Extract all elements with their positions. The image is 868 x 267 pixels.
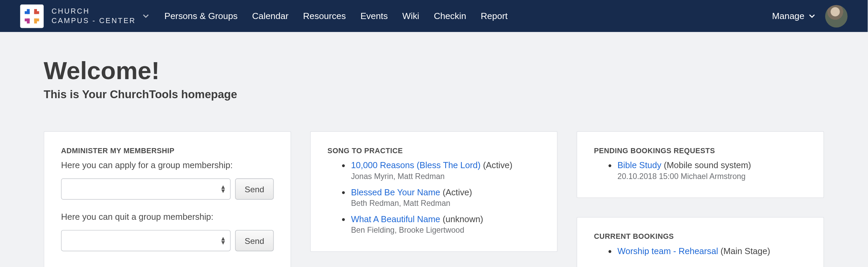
brand-switcher[interactable] bbox=[142, 13, 149, 19]
nav-report[interactable]: Report bbox=[481, 11, 508, 21]
page-title: Welcome! bbox=[44, 57, 824, 85]
song-link[interactable]: What A Beautiful Name bbox=[351, 214, 440, 224]
svg-rect-7 bbox=[34, 18, 37, 23]
membership-title: ADMINISTER MY MEMBERSHIP bbox=[61, 146, 274, 155]
quit-send-button[interactable]: Send bbox=[235, 230, 274, 251]
current-bookings-card: CURRENT BOOKINGS Worship team - Rehearsa… bbox=[577, 217, 824, 267]
nav-events[interactable]: Events bbox=[360, 11, 388, 21]
brand-line1: CHURCH bbox=[52, 6, 136, 16]
pending-title: PENDING BOOKINGS REQUESTS bbox=[594, 146, 807, 155]
song-item: 10,000 Reasons (Bless The Lord) (Active)… bbox=[351, 160, 540, 180]
current-title: CURRENT BOOKINGS bbox=[594, 232, 807, 241]
chevron-down-icon bbox=[809, 13, 815, 19]
songs-card: SONG TO PRACTICE 10,000 Reasons (Bless T… bbox=[310, 131, 558, 252]
song-authors: Beth Redman, Matt Redman bbox=[351, 198, 540, 207]
song-status-text: (unknown) bbox=[442, 214, 483, 224]
user-avatar[interactable] bbox=[825, 5, 848, 27]
songs-title: SONG TO PRACTICE bbox=[328, 146, 540, 155]
page-subtitle: This is Your ChurchTools homepage bbox=[44, 88, 824, 101]
pending-sub: 20.10.2018 15:00 Michael Armstrong bbox=[617, 172, 807, 180]
pending-extra: (Mobile sound system) bbox=[664, 160, 751, 170]
manage-label: Manage bbox=[772, 11, 804, 21]
pending-item: Bible Study (Mobile sound system) 20.10.… bbox=[617, 160, 807, 180]
song-item: What A Beautiful Name (unknown) Ben Fiel… bbox=[351, 214, 540, 234]
manage-menu[interactable]: Manage bbox=[772, 11, 815, 21]
current-item: Worship team - Rehearsal (Main Stage) bbox=[617, 246, 807, 256]
song-status-text: (Active) bbox=[483, 160, 513, 170]
svg-rect-5 bbox=[27, 18, 29, 23]
nav-calendar[interactable]: Calendar bbox=[252, 11, 289, 21]
membership-apply-label: Here you can apply for a group membershi… bbox=[61, 160, 274, 171]
song-link[interactable]: 10,000 Reasons (Bless The Lord) bbox=[351, 160, 480, 170]
apply-send-button[interactable]: Send bbox=[235, 178, 274, 200]
svg-rect-3 bbox=[34, 9, 37, 14]
membership-card: ADMINISTER MY MEMBERSHIP Here you can ap… bbox=[44, 131, 291, 267]
song-authors: Ben Fielding, Brooke Ligertwood bbox=[351, 226, 540, 234]
logo-icon bbox=[25, 9, 39, 23]
nav-checkin[interactable]: Checkin bbox=[434, 11, 466, 21]
song-link[interactable]: Blessed Be Your Name bbox=[351, 187, 440, 197]
nav-persons-groups[interactable]: Persons & Groups bbox=[164, 11, 238, 21]
current-link[interactable]: Worship team - Rehearsal bbox=[617, 246, 718, 256]
svg-rect-1 bbox=[27, 9, 29, 14]
top-nav: CHURCH CAMPUS - CENTER Persons & Groups … bbox=[0, 0, 868, 32]
brand-name: CHURCH CAMPUS - CENTER bbox=[52, 6, 136, 25]
quit-group-select[interactable] bbox=[61, 230, 231, 251]
app-logo[interactable] bbox=[20, 4, 43, 28]
pending-link[interactable]: Bible Study bbox=[617, 160, 661, 170]
song-status-text: (Active) bbox=[442, 187, 472, 197]
nav-wiki[interactable]: Wiki bbox=[402, 11, 419, 21]
primary-nav: Persons & Groups Calendar Resources Even… bbox=[164, 11, 508, 21]
song-item: Blessed Be Your Name (Active) Beth Redma… bbox=[351, 187, 540, 207]
apply-group-select[interactable] bbox=[61, 178, 231, 200]
membership-quit-label: Here you can quit a group membership: bbox=[61, 212, 274, 222]
pending-bookings-card: PENDING BOOKINGS REQUESTS Bible Study (M… bbox=[577, 131, 824, 198]
chevron-down-icon bbox=[142, 13, 149, 19]
nav-resources[interactable]: Resources bbox=[303, 11, 346, 21]
song-authors: Jonas Myrin, Matt Redman bbox=[351, 172, 540, 180]
brand-line2: CAMPUS - CENTER bbox=[52, 16, 136, 25]
current-extra: (Main Stage) bbox=[721, 246, 770, 256]
